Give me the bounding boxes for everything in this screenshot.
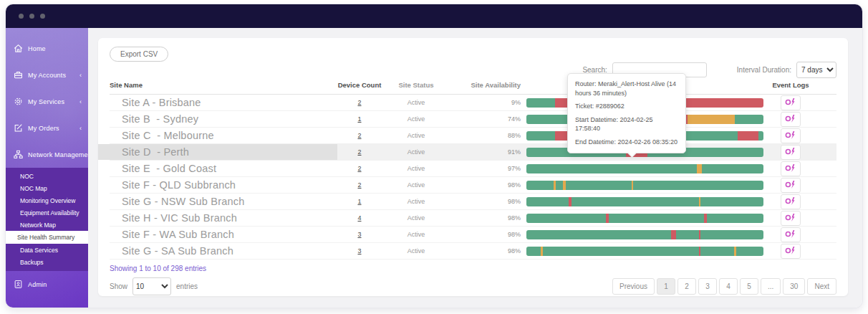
event-logs-button[interactable]: [781, 178, 801, 193]
sidebar-item-my-accounts[interactable]: My Accounts‹: [6, 62, 88, 88]
device-count-link[interactable]: 2: [357, 165, 361, 172]
event-logs-button[interactable]: [781, 145, 801, 160]
sidebar-subitem-site-health-summary[interactable]: Site Health Summary: [6, 231, 88, 244]
header-site-availability[interactable]: Site Availability: [450, 81, 521, 89]
table-row[interactable]: Site G - NSW Sub Branch1Active98%: [110, 194, 836, 210]
page-button-previous[interactable]: Previous: [612, 278, 655, 295]
device-count-link[interactable]: 3: [357, 247, 361, 254]
event-logs-cell: [771, 194, 811, 209]
event-logs-button[interactable]: [781, 128, 801, 143]
services-icon: [14, 97, 23, 106]
availability-bar[interactable]: [526, 247, 763, 256]
window-titlebar: [6, 4, 862, 28]
sidebar-subitem-equipment-availability[interactable]: Equipment Availability: [6, 206, 88, 219]
page-button-1[interactable]: 1: [657, 278, 675, 295]
sidebar-item-my-orders[interactable]: My Orders‹: [6, 115, 88, 141]
history-bolt-icon: [785, 147, 796, 158]
window-control-dot[interactable]: [40, 14, 45, 19]
sidebar-subitem-noc[interactable]: NOC: [6, 170, 88, 182]
sidebar-item-home[interactable]: Home: [6, 35, 88, 62]
header-event-logs[interactable]: Event Logs: [771, 81, 811, 89]
table-row[interactable]: Site H - VIC Sub Branch4Active98%: [110, 210, 836, 227]
network-management-submenu: NOCNOC MapMonitoring OverviewEquipment A…: [6, 168, 88, 271]
sidebar-subitem-monitoring-overview[interactable]: Monitoring Overview: [6, 194, 88, 206]
sidebar-subitem-data-services[interactable]: Data Services: [6, 244, 88, 256]
site-status-cell: Active: [382, 165, 450, 172]
availability-bar[interactable]: [526, 230, 763, 239]
pagination: Previous12345...30Next: [612, 278, 836, 295]
showing-entries-text: Showing 1 to 10 of 298 entries: [110, 265, 836, 272]
device-count-link[interactable]: 2: [357, 181, 361, 189]
availability-segment-green: [758, 131, 763, 141]
admin-icon: [14, 280, 23, 289]
availability-segment-green: [633, 181, 763, 190]
table-row[interactable]: Site C - Melbourne2Active88%: [110, 128, 836, 144]
window-control-dot[interactable]: [19, 14, 24, 19]
table-row[interactable]: Site E - Gold Coast2Active97%: [110, 161, 836, 177]
table-row[interactable]: Site D - Perth2Active91%: [110, 144, 836, 161]
device-count-link[interactable]: 1: [357, 198, 361, 205]
availability-segment-red: [671, 230, 676, 239]
sidebar-item-network-management[interactable]: Network Management˅: [6, 141, 88, 168]
sidebar-subitem-noc-map[interactable]: NOC Map: [6, 182, 88, 194]
sidebar-subitem-backups[interactable]: Backups: [6, 256, 88, 268]
event-logs-button[interactable]: [781, 227, 801, 242]
event-logs-cell: [771, 95, 811, 110]
site-name-cell: Site H - VIC Sub Branch: [110, 212, 337, 224]
site-name-cell: Site G - NSW Sub Branch: [110, 196, 337, 207]
window-control-dot[interactable]: [29, 14, 34, 19]
table-row[interactable]: Site F - QLD Subbranch2Active98%: [110, 177, 836, 194]
sidebar-item-label: Admin: [28, 281, 47, 288]
header-site-status[interactable]: Site Status: [382, 81, 450, 89]
show-label: Show: [110, 282, 127, 290]
event-logs-button[interactable]: [781, 211, 801, 226]
table-row[interactable]: Site B - Sydney1Active74%: [110, 111, 836, 128]
table-row[interactable]: Site A - Brisbane2Active9%: [110, 95, 836, 111]
availability-bar[interactable]: [526, 164, 763, 173]
site-name-cell: Site D - Perth: [98, 144, 337, 160]
availability-segment-green: [526, 247, 541, 256]
table-row[interactable]: Site G - SA Sub Branch3Active98%: [110, 243, 836, 260]
availability-segment-orange: [697, 164, 702, 173]
page-button-5[interactable]: 5: [740, 278, 758, 295]
page-button-next[interactable]: Next: [807, 278, 836, 295]
export-csv-button[interactable]: Export CSV: [110, 47, 168, 62]
device-count-link[interactable]: 1: [357, 115, 361, 123]
page-button-[interactable]: ...: [761, 278, 781, 295]
page-button-2[interactable]: 2: [677, 278, 696, 295]
sidebar-item-my-services[interactable]: My Services‹: [6, 88, 88, 115]
device-count-link[interactable]: 3: [357, 231, 361, 238]
device-count-link[interactable]: 2: [357, 148, 361, 156]
event-logs-button[interactable]: [781, 95, 801, 110]
header-site-name[interactable]: Site Name: [110, 81, 337, 89]
event-logs-button[interactable]: [781, 112, 801, 127]
device-count-link[interactable]: 2: [357, 132, 361, 139]
page-button-4[interactable]: 4: [719, 278, 738, 295]
event-logs-button[interactable]: [781, 244, 801, 259]
sidebar-item-admin[interactable]: Admin: [6, 271, 88, 298]
history-bolt-icon: [785, 163, 796, 174]
header-device-count[interactable]: Device Count: [337, 81, 382, 89]
page-button-3[interactable]: 3: [698, 278, 717, 295]
interval-duration-select[interactable]: 7 days: [796, 62, 836, 78]
tooltip-ticket-line: Ticket: #2889062: [575, 102, 678, 111]
tooltip-start-line: Start Datetime: 2024-02-25 17:58:40: [575, 115, 678, 133]
sidebar-item-label: Home: [28, 45, 46, 52]
table-row[interactable]: Site F - WA Sub Branch3Active98%: [110, 227, 836, 243]
site-availability-value: 98%: [450, 198, 521, 205]
page-button-30[interactable]: 30: [783, 278, 805, 295]
site-availability-value: 9%: [450, 99, 521, 106]
page-size-select[interactable]: 10: [132, 277, 171, 295]
availability-bar[interactable]: [526, 214, 763, 223]
device-count-link[interactable]: 4: [357, 214, 361, 222]
sidebar-subitem-network-map[interactable]: Network Map: [6, 219, 88, 231]
device-count-link[interactable]: 2: [357, 99, 361, 106]
event-logs-button[interactable]: [781, 161, 801, 176]
sidebar-item-label: My Services: [28, 98, 64, 105]
availability-bar[interactable]: [526, 197, 763, 206]
event-logs-button[interactable]: [781, 194, 801, 209]
history-bolt-icon: [785, 130, 796, 141]
device-count-cell: 2: [337, 99, 382, 106]
availability-bar[interactable]: [526, 181, 763, 190]
app-window: HomeMy Accounts‹My Services‹My Orders‹Ne…: [6, 4, 862, 308]
